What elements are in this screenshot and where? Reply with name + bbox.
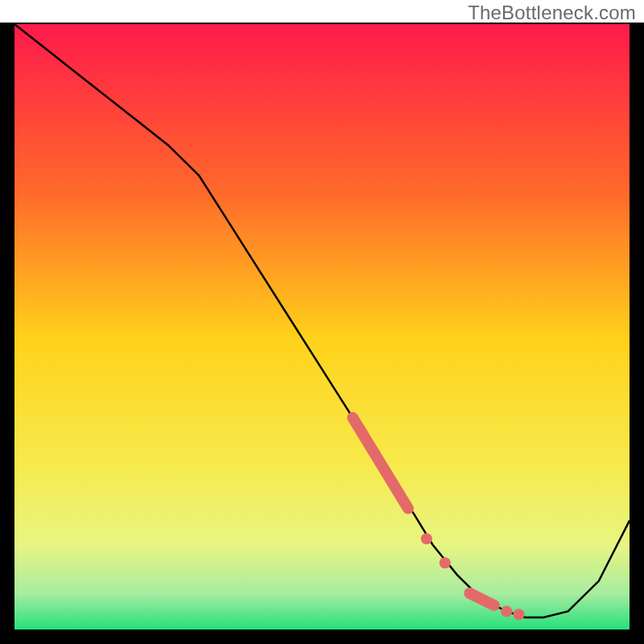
emphasis-dot <box>421 533 432 544</box>
watermark-text: TheBottleneck.com <box>468 2 636 24</box>
plot-background <box>14 24 630 630</box>
frame-right <box>630 24 644 630</box>
frame-left <box>0 24 14 630</box>
emphasis-dot <box>440 557 451 568</box>
emphasis-dot <box>501 605 512 617</box>
emphasis-dot <box>513 609 524 620</box>
frame-bottom <box>0 630 644 644</box>
bottleneck-chart: TheBottleneck.com <box>0 0 644 644</box>
chart-svg <box>0 0 644 644</box>
